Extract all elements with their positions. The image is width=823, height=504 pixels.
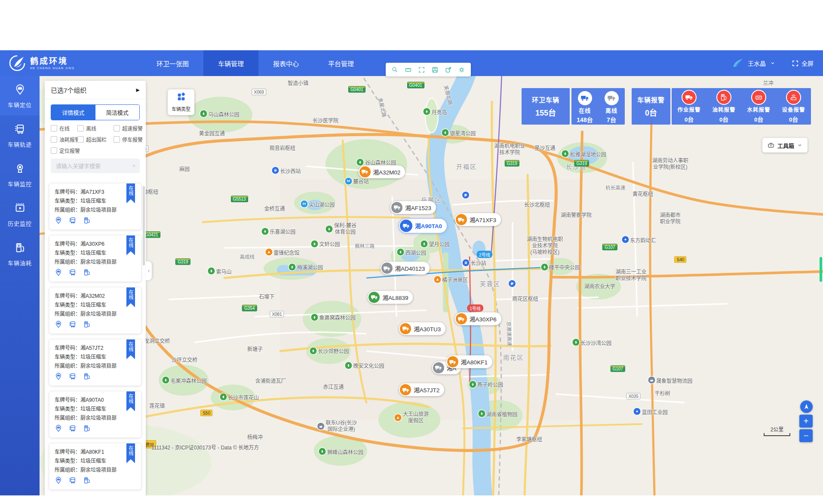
zoom-in-button[interactable]: + [799, 415, 813, 428]
panel-collapse-handle[interactable]: ‹ [146, 261, 152, 280]
user-menu-chevron-icon[interactable] [770, 61, 775, 66]
settings-icon[interactable] [455, 63, 468, 76]
map-vehicle-marker-湘A32M02[interactable]: 湘A32M02 [359, 165, 405, 178]
map-label-橘子洲景区: 橘子洲景区 [434, 276, 468, 283]
map-label-text: 望月公园 [429, 240, 450, 247]
map-vehicle-marker-湘AL8839[interactable]: 湘AL8839 [368, 291, 413, 304]
map-vehicle-marker-湘A71XF3[interactable]: 湘A71XF3 [455, 213, 501, 226]
fuel-icon[interactable] [83, 217, 91, 226]
org-selection-label: 已选7个组织 [51, 86, 86, 95]
pin-car-icon[interactable] [55, 477, 62, 486]
bus-track-icon[interactable] [69, 425, 77, 434]
zoom-search-icon[interactable] [388, 63, 402, 76]
crane-logo-icon [9, 55, 26, 72]
road-badge-G319: G319 [504, 160, 519, 167]
map-label-西湖公园: 西湖公园 [397, 248, 426, 256]
zoom-out-button[interactable]: − [799, 429, 813, 442]
filter-在线[interactable]: 在线 [51, 125, 77, 132]
sidebar-item-车辆油耗[interactable]: 车辆油耗 [0, 234, 40, 274]
checkbox-icon[interactable] [77, 136, 84, 143]
tab-详情模式[interactable]: 详情模式 [51, 105, 95, 120]
metro-poi-icon [345, 177, 352, 184]
checkbox-icon[interactable] [51, 136, 57, 143]
map-label-text: 长沙医学院 [313, 116, 338, 124]
vehicle-type-button[interactable]: 车辆类型 [168, 89, 194, 115]
bus-track-icon[interactable] [69, 217, 77, 226]
map-vehicle-marker-湘A30TU3[interactable]: 湘A30TU3 [399, 322, 445, 335]
vehicle-card[interactable]: 车牌号码：湘A71XF3车辆类型：垃圾压缩车所属组织：厨余垃圾项目部在线 [49, 183, 141, 230]
vehicle-card[interactable]: 车牌号码：湘A90TA0车辆类型：垃圾压缩车所属组织：厨余垃圾项目部在线 [49, 391, 141, 438]
map-vehicle-marker-湘AD40123[interactable]: 湘AD40123 [381, 262, 430, 275]
nav-item-车辆管理[interactable]: 车辆管理 [203, 50, 258, 76]
tab-简洁模式[interactable]: 简洁模式 [95, 105, 140, 120]
map-vehicle-marker-湘A90TA0[interactable]: 湘A90TA0 [399, 219, 447, 233]
map-label-黄金园互通: 黄金园互通 [199, 129, 225, 136]
map-vehicle-marker-湘AF1523[interactable]: 湘AF1523 [390, 201, 436, 214]
fuel-icon[interactable] [83, 269, 91, 278]
fuel-icon[interactable] [83, 321, 91, 330]
checkbox-icon[interactable] [51, 147, 57, 154]
measure-icon[interactable] [402, 63, 415, 76]
filter-超速报警[interactable]: 超速报警 [114, 125, 143, 132]
user-name[interactable]: 王水晶 [748, 59, 766, 67]
pin-car-icon[interactable] [55, 425, 62, 434]
vehicle-type-label: 车辆类型 [172, 105, 190, 112]
fullscreen-button[interactable]: 全屏 [792, 59, 814, 67]
org-expand-icon[interactable]: ▶ [136, 87, 140, 93]
vehicle-card[interactable]: 车牌号码：湘A30XP6车辆类型：垃圾压缩车所属组织：厨余垃圾项目部在线 [49, 235, 141, 282]
vehicle-card[interactable]: 车牌号码：湘A57JT2车辆类型：垃圾压缩车所属组织：厨余垃圾项目部在线 [49, 339, 141, 386]
map-label-text: 湖南生物机电职业技术学院(马坡岭校区) [527, 236, 563, 256]
save-icon[interactable] [428, 63, 442, 76]
map-label-text: 晟象智慧物流园 [656, 376, 692, 384]
search-icon[interactable] [132, 162, 135, 169]
vehicle-card[interactable]: 车牌号码：湘A32M02车辆类型：垃圾压缩车所属组织：厨余垃圾项目部在线 [49, 287, 141, 334]
vehicle-type: 车辆类型：垃圾压缩车 [55, 353, 136, 362]
fuel-icon[interactable] [83, 477, 91, 486]
vehicle-card[interactable]: 车牌号码：湘A80KF1车辆类型：垃圾压缩车所属组织：厨余垃圾项目部在线 [49, 443, 141, 490]
page-scrollbar-thumb[interactable] [820, 257, 822, 282]
checkbox-icon[interactable] [77, 125, 84, 131]
filter-离线[interactable]: 离线 [77, 125, 114, 132]
marker-truck-icon [447, 356, 458, 367]
map-label-湖南三一工业职业技术学院: 湖南三一工业职业技术学院 [616, 269, 647, 282]
checkbox-icon[interactable] [114, 125, 120, 131]
pin-car-icon[interactable] [55, 321, 62, 330]
nav-item-报表中心[interactable]: 报表中心 [258, 50, 313, 76]
share-icon[interactable] [442, 63, 455, 76]
fuel-icon[interactable] [83, 425, 91, 434]
panel-scrollbar[interactable] [143, 186, 145, 266]
toolbox-button[interactable]: 工具箱 [762, 138, 808, 153]
map-label-银星湾公园: 银星湾公园 [442, 129, 476, 136]
search-input[interactable] [55, 162, 132, 170]
map-canvas[interactable]: 智造小镇乌山森林公园黄金园互通长沙医学院月亮岛银星湾公园观音岩枢纽麻园长沙西站谷… [40, 76, 823, 495]
bus-track-icon[interactable] [69, 321, 77, 330]
pin-car-icon[interactable] [55, 269, 62, 278]
nav-item-平台管理[interactable]: 平台管理 [313, 50, 369, 76]
scale-label: 2公里 [771, 427, 784, 433]
vehicle-org: 所属组织：厨余垃圾项目部 [55, 206, 136, 215]
map-vehicle-marker-湘A30XP6[interactable]: 湘A30XP6 [455, 312, 501, 325]
nav-item-环卫一张图[interactable]: 环卫一张图 [142, 50, 203, 76]
sidebar-item-车辆定位[interactable]: 车辆定位 [0, 76, 40, 116]
filter-油耗报警[interactable]: 油耗报警 [51, 136, 77, 143]
sidebar-item-车辆监控[interactable]: 车辆监控 [0, 155, 40, 195]
locate-button[interactable] [800, 400, 813, 413]
filter-定位报警[interactable]: 定位报警 [51, 147, 77, 154]
bus-track-icon[interactable] [69, 477, 77, 486]
pin-car-icon[interactable] [55, 373, 62, 382]
user-avatar[interactable] [731, 57, 743, 69]
sidebar-item-车辆轨迹[interactable]: 车辆轨迹 [0, 116, 40, 155]
map-vehicle-marker-湘A57JT2[interactable]: 湘A57JT2 [399, 383, 444, 396]
pin-car-icon[interactable] [55, 217, 62, 226]
map-label-text: 李家塘枢纽 [516, 435, 542, 443]
bus-track-icon[interactable] [69, 373, 77, 382]
fuel-icon[interactable] [83, 373, 91, 382]
expand-icon[interactable] [415, 63, 428, 76]
checkbox-icon[interactable] [114, 136, 120, 143]
bus-track-icon[interactable] [69, 269, 77, 278]
checkbox-icon[interactable] [51, 125, 57, 131]
map-vehicle-marker-湘A80KF1[interactable]: 湘A80KF1 [446, 355, 492, 368]
sidebar-item-历史监控[interactable]: 历史监控 [0, 195, 40, 234]
filter-停车报警[interactable]: 停车报警 [114, 136, 143, 143]
filter-超出围栏[interactable]: 超出围栏 [77, 136, 114, 143]
